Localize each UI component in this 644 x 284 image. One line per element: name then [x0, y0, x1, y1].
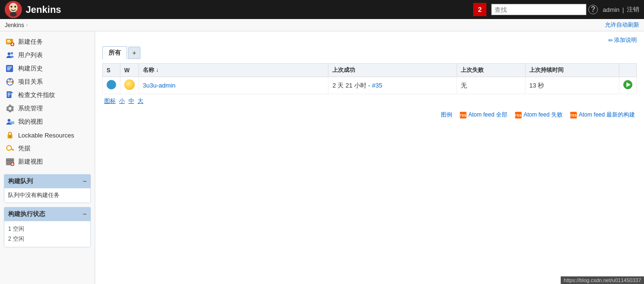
cell-last-duration: 13 秒	[525, 77, 619, 94]
col-s: S	[103, 64, 120, 77]
add-desc-label: 添加说明	[614, 36, 637, 44]
search-input[interactable]	[491, 4, 586, 15]
svg-point-28	[8, 119, 10, 122]
project-icon	[6, 78, 14, 86]
sidebar-label-project: 项目关系	[18, 78, 43, 86]
logout-link[interactable]: 注销	[627, 5, 639, 14]
cell-w	[120, 77, 139, 94]
sidebar-label-myview: 我的视图	[18, 118, 43, 126]
pencil-icon: ✏	[608, 37, 613, 44]
app-title: Jenkins	[26, 4, 61, 15]
breadcrumb-sep: ›	[26, 22, 28, 28]
svg-rect-14	[7, 67, 12, 68]
logo-area: Jenkins	[5, 1, 468, 18]
sidebar-label-users: 用户列表	[18, 51, 43, 59]
cell-name: 3u3u-admin	[139, 77, 328, 94]
svg-rect-25	[8, 93, 10, 94]
sidebar-item-fingerprint[interactable]: 检查文件指纹	[0, 88, 95, 102]
svg-point-32	[7, 146, 11, 150]
sidebar-label-system: 系统管理	[18, 104, 43, 113]
svg-point-4	[10, 12, 17, 17]
svg-point-19	[11, 81, 13, 83]
breadcrumb-home[interactable]: Jenkins	[5, 22, 24, 29]
job-link[interactable]: 3u3u-admin	[143, 82, 176, 89]
svg-point-11	[8, 52, 10, 55]
sidebar-item-lockable[interactable]: Lockable Resources	[0, 128, 95, 142]
history-icon	[6, 64, 14, 73]
icon-size-large[interactable]: 大	[138, 98, 143, 104]
build-queue-panel: 构建队列 − 队列中没有构建任务	[4, 174, 91, 203]
user-area: admin | 注销	[603, 5, 639, 14]
separator: |	[623, 6, 624, 13]
legend-link[interactable]: 图例	[441, 111, 452, 119]
breadcrumb: Jenkins › 允许自动刷新	[0, 19, 644, 31]
svg-point-3	[14, 6, 16, 8]
svg-marker-24	[11, 91, 13, 93]
sidebar-item-project[interactable]: 项目关系	[0, 75, 95, 88]
col-action	[619, 64, 637, 77]
rss-latest-icon: rss	[570, 112, 577, 118]
auto-refresh-link[interactable]: 允许自动刷新	[605, 21, 639, 29]
build-queue-body: 队列中没有构建任务	[4, 188, 90, 203]
sidebar-item-users[interactable]: 用户列表	[0, 49, 95, 62]
url-text: https://blog.csdn.net/u011450337	[564, 277, 641, 283]
myview-icon	[6, 118, 14, 126]
build-queue-collapse[interactable]: −	[83, 178, 87, 185]
user-link[interactable]: admin	[603, 6, 619, 13]
footer-row: 图例 rss Atom feed 全部 rss Atom feed 失败 rss…	[102, 111, 637, 119]
newview-icon	[6, 157, 14, 166]
cell-s	[103, 77, 120, 94]
sidebar-label-credentials: 凭据	[18, 144, 30, 153]
build-queue-header: 构建队列 −	[4, 175, 90, 188]
icon-size-small[interactable]: 小	[119, 98, 125, 104]
col-last-failure: 上次失败	[457, 64, 525, 77]
col-name: 名称 ↓	[139, 64, 328, 77]
exec-2-status: 空闲	[13, 235, 24, 242]
icon-size-label: 图标	[104, 98, 116, 104]
sidebar-item-history[interactable]: 构建历史	[0, 62, 95, 75]
tab-add[interactable]: +	[128, 47, 140, 59]
build-link[interactable]: #35	[372, 82, 383, 89]
layout: 新建任务 用户列表 构建历史 项目关系 检查文件	[0, 31, 644, 284]
svg-rect-33	[11, 149, 14, 150]
atom-all-link[interactable]: Atom feed 全部	[468, 111, 507, 119]
build-status-collapse[interactable]: −	[83, 211, 87, 217]
sidebar-label-history: 构建历史	[18, 64, 43, 73]
executor-2: 2 空闲	[8, 234, 87, 244]
sidebar-item-myview[interactable]: 我的视图	[0, 115, 95, 128]
sidebar: 新建任务 用户列表 构建历史 项目关系 检查文件	[0, 31, 95, 284]
atom-fail-link[interactable]: Atom feed 失败	[524, 111, 563, 119]
search-box: ?	[491, 4, 598, 15]
notification-badge[interactable]: 2	[473, 3, 486, 16]
cell-last-success: 2 天 21 小时 - #35	[328, 77, 457, 94]
sidebar-item-newview[interactable]: 新建视图	[0, 155, 95, 168]
tab-all[interactable]: 所有	[102, 46, 127, 59]
sidebar-item-new-task[interactable]: 新建任务	[0, 35, 95, 49]
sidebar-label-new-task: 新建任务	[18, 38, 43, 46]
weather-icon-sunny	[124, 79, 135, 90]
sidebar-item-system[interactable]: 系统管理	[0, 102, 95, 115]
jenkins-logo	[5, 1, 22, 18]
lockable-icon	[6, 131, 14, 139]
svg-rect-34	[12, 150, 14, 151]
rss-fail-icon: rss	[515, 112, 522, 118]
svg-point-2	[10, 6, 12, 8]
svg-point-20	[9, 78, 11, 80]
svg-point-1	[9, 3, 18, 12]
build-status-body: 1 空闲 2 空闲	[4, 221, 90, 247]
atom-latest-link[interactable]: Atom feed 最新的构建	[579, 111, 635, 119]
sidebar-item-credentials[interactable]: 凭据	[0, 142, 95, 155]
rss-all-icon: rss	[460, 112, 466, 118]
icon-size-medium[interactable]: 中	[129, 98, 134, 104]
header: Jenkins 2 ? admin | 注销	[0, 0, 644, 19]
sidebar-label-fingerprint: 检查文件指纹	[18, 91, 55, 99]
build-now-icon[interactable]	[623, 84, 633, 91]
svg-rect-27	[8, 96, 10, 97]
atom-latest-section: rss Atom feed 最新的构建	[570, 111, 635, 119]
svg-rect-16	[7, 69, 10, 70]
help-icon[interactable]: ?	[588, 5, 598, 14]
add-desc-link[interactable]: ✏ 添加说明	[608, 36, 637, 44]
build-queue-title: 构建队列	[8, 177, 33, 186]
url-bar: https://blog.csdn.net/u011450337	[561, 276, 644, 284]
sidebar-label-newview: 新建视图	[18, 157, 43, 166]
